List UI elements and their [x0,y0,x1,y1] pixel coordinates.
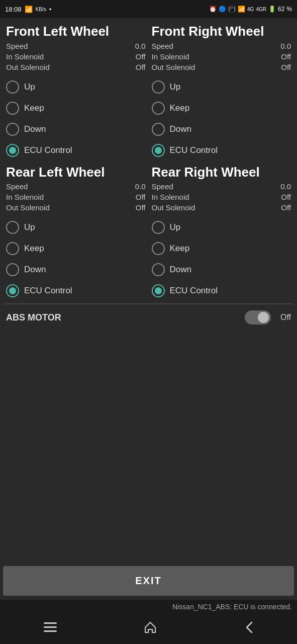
rear-left-speed-row: Speed 0.0 [6,181,146,192]
front-left-outsolenoid-value: Off [136,63,146,71]
rear-right-wheel-title: Rear Right Wheel [152,165,291,180]
battery-percent: 62 [278,6,284,13]
front-right-insolenoid-row: In Solenoid Off [152,51,291,62]
front-right-radio-up-circle [152,80,165,94]
rear-right-speed-value: 0.0 [280,182,291,191]
front-left-radio-group: Up Keep Down ECU Control [6,76,146,161]
front-left-radio-keep-label: Keep [24,103,44,113]
rear-left-radio-keep-circle [6,242,19,255]
rear-left-wheel-section: Rear Left Wheel Speed 0.0 In Solenoid Of… [3,163,149,304]
rear-left-insolenoid-row: In Solenoid Off [6,192,146,202]
front-right-radio-up-label: Up [170,82,181,92]
rear-right-radio-up-circle [152,221,165,234]
rear-left-insolenoid-value: Off [136,193,146,201]
front-left-wheel-title: Front Left Wheel [6,24,146,39]
front-right-radio-ecu-label: ECU Control [170,145,218,155]
rear-right-radio-ecu-circle [152,284,165,297]
rear-right-radio-down[interactable]: Down [152,259,291,280]
status-left: 18:08 📶 KB/s • [5,6,51,13]
front-right-radio-keep[interactable]: Keep [152,98,291,119]
rear-right-insolenoid-value: Off [281,193,291,201]
rear-right-insolenoid-label: In Solenoid [152,193,189,201]
abs-motor-toggle[interactable] [245,310,271,325]
status-right: ⏰ 🔵 📳 📶 4G 4GR 🔋 62% [209,6,292,13]
rear-right-radio-ecu[interactable]: ECU Control [152,280,291,301]
nav-home-icon[interactable] [134,619,167,639]
rear-right-outsolenoid-value: Off [281,203,291,212]
front-left-radio-keep[interactable]: Keep [6,98,146,119]
rear-right-radio-down-circle [152,263,165,276]
wifi-icon: 📶 [238,6,245,13]
front-left-insolenoid-row: In Solenoid Off [6,51,146,62]
rear-left-radio-down-circle [6,263,19,276]
rear-left-radio-down[interactable]: Down [6,259,146,280]
front-right-radio-up[interactable]: Up [152,76,291,98]
front-left-radio-down[interactable]: Down [6,119,146,140]
front-right-wheel-section: Front Right Wheel Speed 0.0 In Solenoid … [149,22,294,163]
exit-button[interactable]: EXIT [3,566,294,596]
rear-right-outsolenoid-row: Out Solenoid Off [152,202,291,213]
front-right-radio-keep-label: Keep [170,103,190,113]
nav-back-icon[interactable] [234,619,264,639]
alarm-icon: ⏰ [209,6,217,13]
front-right-radio-down-label: Down [170,124,191,134]
rear-left-radio-down-label: Down [24,265,46,275]
front-left-radio-down-circle [6,123,19,136]
rear-right-radio-keep-label: Keep [170,244,190,254]
front-left-wheel-section: Front Left Wheel Speed 0.0 In Solenoid O… [3,22,149,163]
rear-right-radio-down-label: Down [170,265,191,275]
rear-right-radio-keep-circle [152,242,165,255]
front-right-radio-group: Up Keep Down ECU Control [152,76,291,161]
rear-left-radio-ecu[interactable]: ECU Control [6,280,146,301]
front-right-speed-label: Speed [152,42,173,50]
front-right-speed-value: 0.0 [280,42,291,50]
rear-left-outsolenoid-value: Off [136,203,146,212]
rear-left-outsolenoid-row: Out Solenoid Off [6,202,146,213]
front-left-speed-row: Speed 0.0 [6,41,146,51]
rear-right-speed-row: Speed 0.0 [152,181,291,192]
rear-right-radio-keep[interactable]: Keep [152,238,291,259]
status-bar: 18:08 📶 KB/s • ⏰ 🔵 📳 📶 4G 4GR 🔋 62% [0,0,297,18]
rear-left-radio-up-label: Up [24,222,35,232]
nav-menu-icon[interactable] [34,620,67,637]
front-left-radio-down-label: Down [24,124,46,134]
rear-right-radio-group: Up Keep Down ECU Control [152,217,291,301]
front-right-radio-down[interactable]: Down [152,119,291,140]
front-left-radio-keep-circle [6,102,19,115]
front-left-radio-up[interactable]: Up [6,76,146,98]
front-left-radio-up-label: Up [24,82,35,92]
front-left-outsolenoid-label: Out Solenoid [6,63,50,71]
front-right-radio-keep-circle [152,102,165,115]
front-right-insolenoid-value: Off [281,52,291,61]
rear-right-radio-up-label: Up [170,222,181,232]
rear-left-radio-keep[interactable]: Keep [6,238,146,259]
svg-rect-0 [44,622,57,624]
front-left-radio-up-circle [6,80,19,94]
bluetooth-icon: 🔵 [219,6,226,13]
main-content: Front Left Wheel Speed 0.0 In Solenoid O… [0,18,297,562]
svg-rect-2 [44,630,57,632]
network-4gr: 4GR [256,7,266,12]
front-right-speed-row: Speed 0.0 [152,41,291,51]
front-right-outsolenoid-row: Out Solenoid Off [152,62,291,72]
front-right-radio-ecu[interactable]: ECU Control [152,140,291,161]
front-left-radio-ecu-label: ECU Control [24,145,72,155]
svg-rect-1 [44,626,57,628]
front-left-speed-value: 0.0 [135,42,146,50]
data-icon: KB/s [36,7,46,12]
front-left-outsolenoid-row: Out Solenoid Off [6,62,146,72]
front-left-radio-ecu-circle [6,144,19,157]
battery-icon: 🔋 [268,6,276,13]
front-right-radio-ecu-circle [152,144,165,157]
status-message: Nissan_NC1_ABS: ECU is connected. [0,600,297,614]
rear-left-radio-up[interactable]: Up [6,217,146,238]
rear-left-speed-label: Speed [6,182,28,191]
rear-right-insolenoid-row: In Solenoid Off [152,192,291,202]
rear-left-radio-keep-label: Keep [24,244,44,254]
wheels-grid: Front Left Wheel Speed 0.0 In Solenoid O… [3,22,294,303]
front-right-outsolenoid-label: Out Solenoid [152,63,195,71]
rear-right-radio-up[interactable]: Up [152,217,291,238]
front-left-radio-ecu[interactable]: ECU Control [6,140,146,161]
front-right-wheel-title: Front Right Wheel [152,24,291,39]
rear-right-speed-label: Speed [152,182,173,191]
